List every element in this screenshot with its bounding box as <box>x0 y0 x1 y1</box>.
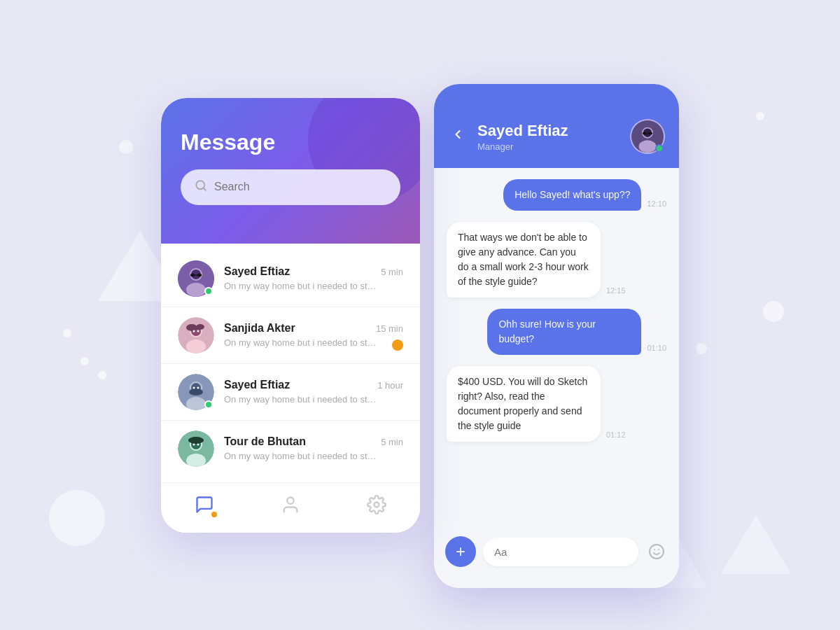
message-row: 12:10 Hello Sayed! what's upp?? <box>447 179 666 211</box>
svg-point-29 <box>193 443 195 445</box>
contact-name: Sayed Eftiaz <box>224 379 290 391</box>
message-timestamp: 12:10 <box>647 200 666 208</box>
chat-input-area: + <box>434 526 679 588</box>
message-time: 1 hour <box>377 380 403 391</box>
message-bubble-received: That ways we don't be able to give any a… <box>447 222 601 298</box>
bg-dot-4 <box>756 112 764 120</box>
add-attachment-button[interactable]: + <box>445 536 476 567</box>
avatar-wrap-sanjida <box>178 317 214 354</box>
message-name-row: Sanjida Akter 15 min <box>224 322 403 335</box>
message-bubble-received: $400 USD. You will do Sketch right? Also… <box>447 366 601 442</box>
message-time: 5 min <box>381 437 403 447</box>
online-status-dot <box>204 287 213 295</box>
message-name-row: Tour de Bhutan 5 min <box>224 435 403 448</box>
message-timestamp: 01:12 <box>606 430 626 439</box>
svg-point-15 <box>193 330 195 332</box>
nav-item-settings[interactable] <box>367 495 386 514</box>
message-timestamp: 01:10 <box>647 344 666 352</box>
bg-triangle-2 <box>721 514 791 574</box>
message-header: Message <box>161 98 420 244</box>
bottom-nav <box>161 482 420 533</box>
message-row: That ways we don't be able to give any a… <box>447 222 666 298</box>
chat-messages: 12:10 Hello Sayed! what's upp?? That way… <box>434 168 679 526</box>
list-item[interactable]: Tour de Bhutan 5 min On my way home but … <box>161 421 420 477</box>
message-preview: On my way home but i needed to stop by t… <box>224 451 378 461</box>
contacts-icon <box>281 495 300 514</box>
message-bubble-sent: Ohh sure! How is your budget? <box>487 309 641 355</box>
svg-point-31 <box>287 498 293 504</box>
svg-rect-7 <box>197 274 202 276</box>
avatar-wrap-sayed2 <box>178 374 214 410</box>
list-item[interactable]: Sayed Eftiaz 1 hour On my way home but i… <box>161 364 420 420</box>
message-timestamp: 12:15 <box>606 286 626 295</box>
svg-point-13 <box>186 324 197 331</box>
svg-point-28 <box>188 437 204 444</box>
svg-point-4 <box>186 283 206 297</box>
chat-contact-role: Manager <box>477 141 630 152</box>
online-status-dot <box>204 400 213 409</box>
bg-circle-1 <box>119 140 133 154</box>
message-input[interactable] <box>483 538 638 566</box>
contact-name: Sayed Eftiaz <box>224 265 290 278</box>
svg-rect-37 <box>643 132 646 135</box>
chat-header: Sayed Eftiaz Manager <box>434 84 679 168</box>
screens-container: Message <box>161 42 679 588</box>
message-preview: On my way home but i needed to stop by t… <box>224 394 378 405</box>
unread-badge <box>392 340 403 351</box>
nav-item-messages[interactable] <box>195 495 214 514</box>
chat-online-dot <box>655 144 664 153</box>
message-list-screen: Message <box>161 98 420 533</box>
svg-point-32 <box>374 503 379 507</box>
list-item[interactable]: Sanjida Akter 15 min On my way home but … <box>161 307 420 363</box>
message-preview: On my way home but i needed to stop by t… <box>224 281 378 291</box>
avatar <box>178 430 214 467</box>
svg-point-22 <box>193 386 195 388</box>
message-time: 15 min <box>376 323 403 334</box>
svg-rect-6 <box>190 274 195 276</box>
message-preview: On my way home but i needed to stop by t… <box>224 337 378 348</box>
search-bar[interactable] <box>181 169 400 205</box>
nav-active-dot <box>211 512 217 517</box>
message-info-sanjida: Sanjida Akter 15 min On my way home but … <box>224 322 403 348</box>
message-time: 5 min <box>381 267 403 277</box>
svg-line-1 <box>203 188 205 190</box>
avatar-wrap-sayed1 <box>178 260 214 297</box>
bg-circle-2 <box>763 301 784 322</box>
bg-dot-2 <box>80 357 89 365</box>
message-info-sayed2: Sayed Eftiaz 1 hour On my way home but i… <box>224 379 403 405</box>
svg-point-16 <box>197 330 200 332</box>
svg-rect-38 <box>649 132 652 135</box>
svg-point-14 <box>196 324 204 330</box>
contact-name: Tour de Bhutan <box>224 435 306 448</box>
emoji-button[interactable] <box>645 539 668 564</box>
settings-icon <box>367 495 386 514</box>
bg-circle-3 <box>696 343 707 354</box>
chat-contact-info: Sayed Eftiaz Manager <box>477 122 630 152</box>
chat-screen: Sayed Eftiaz Manager <box>434 84 679 588</box>
bg-dot-1 <box>63 329 71 337</box>
chat-contact-name: Sayed Eftiaz <box>477 122 630 140</box>
list-item[interactable]: Sayed Eftiaz 5 min On my way home but i … <box>161 251 420 307</box>
message-name-row: Sayed Eftiaz 5 min <box>224 265 403 278</box>
bg-circle-4 <box>49 490 105 546</box>
svg-point-21 <box>189 388 203 396</box>
avatar-wrap-tour <box>178 430 214 467</box>
message-row: $400 USD. You will do Sketch right? Also… <box>447 366 666 442</box>
message-screen-title: Message <box>181 130 400 155</box>
message-name-row: Sayed Eftiaz 1 hour <box>224 379 403 391</box>
svg-point-23 <box>197 386 200 388</box>
search-input[interactable] <box>214 181 386 193</box>
bg-dot-3 <box>98 371 106 379</box>
svg-point-11 <box>186 340 206 354</box>
nav-item-contacts[interactable] <box>281 495 300 514</box>
message-row: 01:10 Ohh sure! How is your budget? <box>447 309 666 355</box>
messages-icon <box>195 495 214 514</box>
svg-point-30 <box>197 443 200 445</box>
contact-name: Sanjida Akter <box>224 322 295 335</box>
message-info-sayed1: Sayed Eftiaz 5 min On my way home but i … <box>224 265 403 291</box>
svg-point-35 <box>639 140 657 153</box>
chat-avatar-wrap <box>630 119 665 154</box>
avatar <box>178 317 214 354</box>
back-button[interactable] <box>448 125 468 148</box>
svg-point-40 <box>650 545 664 559</box>
